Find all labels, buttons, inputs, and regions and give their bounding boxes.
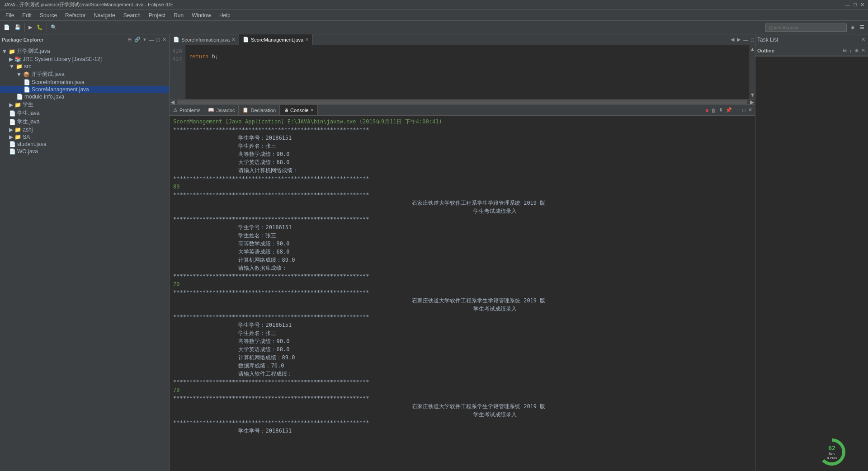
tree-item-studentjava[interactable]: 📄 student.java: [0, 141, 169, 148]
outline-close-btn[interactable]: ✕: [860, 47, 866, 54]
quick-access-input[interactable]: [765, 24, 847, 32]
maximize-button[interactable]: □: [854, 2, 857, 8]
scroll-down-icon[interactable]: ▼: [750, 92, 755, 98]
console-system-subtitle-1: 学生考试成绩录入: [173, 207, 751, 215]
gutter-426: 426: [170, 47, 185, 55]
editor-area[interactable]: 426 427 return b; ▲ ▼: [170, 45, 755, 99]
package-explorer-title: Package Explorer: [2, 37, 43, 42]
console-stars-6: ****************************************…: [173, 288, 751, 297]
hscroll-track[interactable]: [177, 100, 747, 104]
tab-scoreinformation[interactable]: 📄 ScoreInformation.java ✕: [170, 34, 239, 45]
tree-item-sa[interactable]: ▶ 📁 SA: [0, 133, 169, 141]
editor-content[interactable]: return b;: [185, 45, 750, 99]
menu-help[interactable]: Help: [216, 11, 234, 19]
new-button[interactable]: 📄: [2, 24, 12, 31]
editor-vscrollbar[interactable]: ▲ ▼: [750, 45, 755, 99]
menu-source[interactable]: Source: [36, 11, 61, 19]
tab-javadoc[interactable]: 📖 Javadoc: [204, 105, 239, 115]
tree-item-scoremanagement[interactable]: 📄 ScoreManagement.java: [0, 86, 169, 93]
console-stars-7: ****************************************…: [173, 313, 751, 321]
menu-edit[interactable]: Edit: [19, 11, 35, 19]
scroll-up-icon[interactable]: ▲: [750, 46, 755, 52]
editor-hscroll[interactable]: ◀ ▶: [170, 99, 755, 104]
editor-nav-right[interactable]: ▶: [736, 36, 741, 43]
console-linenum-70: 70: [173, 280, 751, 288]
menu-window[interactable]: Window: [188, 11, 215, 19]
tree-item-wo[interactable]: 📄 WO.java: [0, 148, 169, 155]
console-stars-9: ****************************************…: [173, 394, 751, 402]
console-student-num-3: 学生学号：20186151: [173, 321, 751, 329]
outline-sort-btn[interactable]: ↕: [849, 47, 853, 54]
tree-item-package[interactable]: ▼ 📦 开学测试.java: [0, 70, 169, 79]
tree-item-student-folder[interactable]: ▶ 📁 学生: [0, 100, 169, 109]
ashj-icon: ▶ 📁: [9, 127, 21, 133]
tab-label-2: ScoreManagement.java: [251, 37, 303, 42]
tree-item-project[interactable]: ▼ 📁 开学测试.java: [0, 47, 169, 56]
tab-close-1[interactable]: ✕: [231, 37, 235, 42]
tab-close-2[interactable]: ✕: [305, 37, 309, 42]
minimize-button[interactable]: —: [845, 2, 850, 8]
console-stars-3: ****************************************…: [173, 191, 751, 199]
menu-file[interactable]: File: [2, 11, 18, 19]
editor-maximize[interactable]: □: [750, 37, 755, 43]
run-button[interactable]: ▶: [27, 24, 34, 31]
console-maximize[interactable]: □: [741, 107, 746, 113]
right-panel: Task List ✕ Outline ⊟ ↕ ⊞ ✕: [755, 34, 868, 471]
console-close[interactable]: ✕: [310, 108, 314, 113]
console-minimize[interactable]: —: [734, 107, 741, 113]
minimize-panel-button[interactable]: —: [148, 36, 155, 43]
icon-button-1[interactable]: ☰: [858, 24, 866, 31]
menu-navigate[interactable]: Navigate: [90, 11, 118, 19]
console-linenum-79: 79: [173, 386, 751, 394]
console-pin-button[interactable]: 📌: [725, 107, 733, 113]
view-menu-button[interactable]: ▾: [142, 36, 147, 43]
perspective-button[interactable]: ⊞: [849, 24, 856, 31]
tab-declaration[interactable]: 📋 Declaration: [239, 105, 280, 115]
save-button[interactable]: 💾: [13, 24, 23, 31]
panel-header-icons: ⊟ 🔗 ▾ — □ ✕: [127, 36, 167, 43]
editor-minimize[interactable]: —: [742, 37, 749, 43]
tree-item-scoreinformation[interactable]: 📄 ScoreInformation.java: [0, 79, 169, 86]
console-terminate-button[interactable]: ■: [705, 107, 710, 113]
console-close-panel[interactable]: ✕: [747, 107, 753, 113]
tab-scoremanagement[interactable]: 📄 ScoreManagement.java ✕: [239, 34, 313, 45]
tree-item-moduleinfo[interactable]: 📄 module-info.java: [0, 93, 169, 100]
tree-item-student2[interactable]: 📄 学生.java: [0, 118, 169, 126]
console-student-name-1: 学生姓名：张三: [173, 142, 751, 150]
window-controls[interactable]: — □ ✕: [845, 2, 864, 8]
wo-icon: 📄: [9, 148, 16, 155]
console-scroll-button[interactable]: ⬇: [718, 107, 724, 113]
outline-collapse-btn[interactable]: ⊟: [842, 47, 848, 54]
tree-item-student1[interactable]: 📄 学生.java: [0, 109, 169, 118]
close-panel-button[interactable]: ✕: [161, 36, 167, 43]
tree-item-jre[interactable]: ▶ 📚 JRE System Library [JavaSE-12]: [0, 56, 169, 63]
speed-value: 62: [828, 444, 835, 452]
tab-icon-1: 📄: [173, 37, 179, 42]
menu-refactor[interactable]: Refactor: [61, 11, 89, 19]
console-tabs: ⚠ Problems 📖 Javadoc 📋 Declaration 🖥 Con…: [170, 105, 755, 116]
tab-console[interactable]: 🖥 Console ✕: [280, 105, 318, 115]
close-button[interactable]: ✕: [860, 2, 864, 8]
outline-filter-btn[interactable]: ⊞: [854, 47, 859, 54]
maximize-panel-button[interactable]: □: [156, 36, 160, 43]
search-button[interactable]: 🔍: [49, 24, 59, 31]
outline-toolbar: Outline ⊟ ↕ ⊞ ✕: [755, 45, 868, 56]
folder-icon: ▶ 📁: [9, 102, 21, 108]
task-list-close[interactable]: ✕: [860, 36, 866, 43]
java-file-icon: 📄: [24, 79, 30, 85]
tree-item-ashj[interactable]: ▶ 📁 ashj: [0, 126, 169, 133]
center-panel: 📄 ScoreInformation.java ✕ 📄 ScoreManagem…: [170, 34, 755, 471]
console-clear-button[interactable]: 🗑: [710, 107, 717, 113]
console-student-name-3: 学生姓名：张三: [173, 329, 751, 337]
debug-button[interactable]: 🐛: [35, 24, 45, 31]
tree-item-src[interactable]: ▼ 📁 src: [0, 63, 169, 70]
link-editor-button[interactable]: 🔗: [133, 36, 142, 43]
menu-project[interactable]: Project: [145, 11, 169, 19]
console-network-2: 计算机网络成绩：89.0: [173, 256, 751, 264]
collapse-all-button[interactable]: ⊟: [127, 36, 132, 43]
editor-nav-left[interactable]: ◀: [730, 36, 735, 43]
task-list-header: Task List ✕: [755, 34, 868, 45]
tab-problems[interactable]: ⚠ Problems: [170, 105, 204, 115]
menu-search[interactable]: Search: [120, 11, 144, 19]
menu-run[interactable]: Run: [170, 11, 187, 19]
